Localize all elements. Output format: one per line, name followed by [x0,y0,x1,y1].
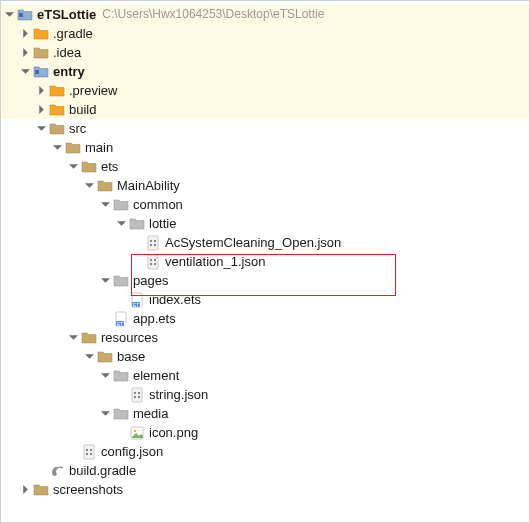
node-label: entry [53,62,85,81]
chevron-down-icon[interactable] [49,140,65,156]
tree-row-root[interactable]: eTSLottie C:\Users\Hwx1064253\Desktop\eT… [1,5,529,24]
tree-row[interactable]: ventilation_1.json [1,252,529,271]
tree-row[interactable]: element [1,366,529,385]
tree-row[interactable]: config.json [1,442,529,461]
tree-row[interactable]: MainAbility [1,176,529,195]
node-path: C:\Users\Hwx1064253\Desktop\eTSLottie [102,5,324,24]
tree-row[interactable]: index.ets [1,290,529,309]
tree-row[interactable]: screenshots [1,480,529,499]
node-label: .gradle [53,24,93,43]
node-label: element [133,366,179,385]
folder-icon [113,406,129,422]
json-file-icon [129,387,145,403]
module-icon [33,64,49,80]
tree-row[interactable]: build.gradle [1,461,529,480]
node-label: app.ets [133,309,176,328]
tree-row[interactable]: common [1,195,529,214]
tree-row[interactable]: AcSystemCleaning_Open.json [1,233,529,252]
node-label: icon.png [149,423,198,442]
tree-row[interactable]: .gradle [1,24,529,43]
project-tree[interactable]: eTSLottie C:\Users\Hwx1064253\Desktop\eT… [1,1,529,503]
tree-row[interactable]: base [1,347,529,366]
node-label: eTSLottie [37,5,96,24]
json-file-icon [145,254,161,270]
chevron-right-icon[interactable] [17,26,33,42]
chevron-right-icon[interactable] [33,83,49,99]
node-label: string.json [149,385,208,404]
tree-row[interactable]: resources [1,328,529,347]
chevron-down-icon[interactable] [97,368,113,384]
folder-icon [49,102,65,118]
folder-icon [81,159,97,175]
chevron-down-icon[interactable] [81,178,97,194]
ets-file-icon [113,311,129,327]
node-label: build [69,100,96,119]
tree-row[interactable]: app.ets [1,309,529,328]
node-label: base [117,347,145,366]
module-icon [17,7,33,23]
tree-row[interactable]: lottie [1,214,529,233]
folder-icon [113,273,129,289]
folder-icon [97,178,113,194]
tree-row[interactable]: main [1,138,529,157]
folder-icon [81,330,97,346]
folder-icon [129,216,145,232]
node-label: main [85,138,113,157]
json-file-icon [81,444,97,460]
chevron-down-icon[interactable] [113,216,129,232]
folder-icon [33,482,49,498]
folder-icon [49,121,65,137]
tree-row[interactable]: ets [1,157,529,176]
chevron-right-icon[interactable] [33,102,49,118]
node-label: resources [101,328,158,347]
node-label: ets [101,157,118,176]
node-label: lottie [149,214,176,233]
tree-row[interactable]: build [1,100,529,119]
node-label: .preview [69,81,117,100]
chevron-down-icon[interactable] [1,7,17,23]
chevron-down-icon[interactable] [65,159,81,175]
gradle-file-icon [49,463,65,479]
chevron-down-icon[interactable] [97,273,113,289]
chevron-down-icon[interactable] [97,197,113,213]
chevron-down-icon[interactable] [17,64,33,80]
tree-row[interactable]: string.json [1,385,529,404]
node-label: src [69,119,86,138]
tree-row[interactable]: icon.png [1,423,529,442]
node-label: ventilation_1.json [165,252,265,271]
tree-row[interactable]: .preview [1,81,529,100]
chevron-down-icon[interactable] [81,349,97,365]
chevron-down-icon[interactable] [97,406,113,422]
folder-icon [33,45,49,61]
folder-icon [65,140,81,156]
node-label: media [133,404,168,423]
node-label: .idea [53,43,81,62]
tree-row[interactable]: src [1,119,529,138]
image-file-icon [129,425,145,441]
node-label: common [133,195,183,214]
node-label: AcSystemCleaning_Open.json [165,233,341,252]
tree-row[interactable]: .idea [1,43,529,62]
chevron-down-icon[interactable] [33,121,49,137]
node-label: build.gradle [69,461,136,480]
chevron-down-icon[interactable] [65,330,81,346]
folder-icon [33,26,49,42]
tree-row[interactable]: media [1,404,529,423]
folder-icon [113,368,129,384]
folder-icon [49,83,65,99]
folder-icon [97,349,113,365]
node-label: screenshots [53,480,123,499]
ets-file-icon [129,292,145,308]
node-label: pages [133,271,168,290]
node-label: MainAbility [117,176,180,195]
tree-row[interactable]: pages [1,271,529,290]
node-label: config.json [101,442,163,461]
tree-row-entry[interactable]: entry [1,62,529,81]
node-label: index.ets [149,290,201,309]
chevron-right-icon[interactable] [17,45,33,61]
folder-icon [113,197,129,213]
chevron-right-icon[interactable] [17,482,33,498]
json-file-icon [145,235,161,251]
